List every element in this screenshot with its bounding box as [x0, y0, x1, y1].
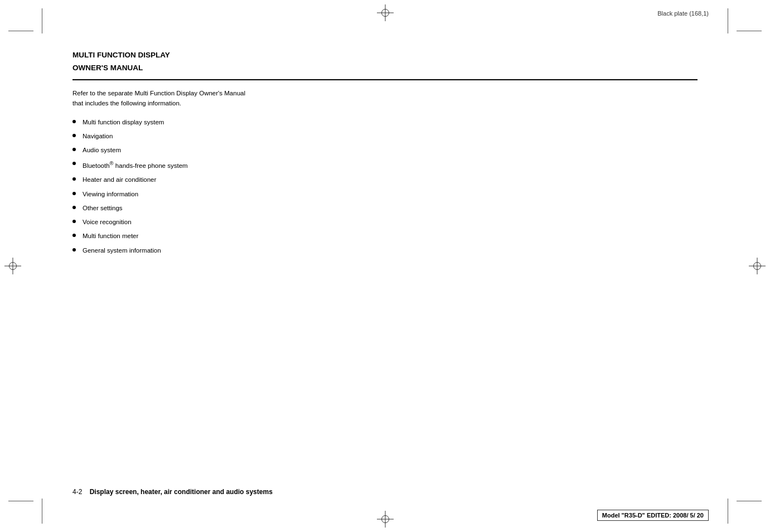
plate-info: Black plate (168,1): [657, 10, 709, 17]
list-item-text: Multi function display system: [83, 118, 164, 127]
trim-mark-right-top: [728, 8, 728, 33]
bullet-dot: [72, 177, 76, 181]
list-item-text: Viewing information: [83, 190, 138, 199]
trim-mark-right-bottom: [728, 499, 728, 524]
page-number: 4-2: [72, 488, 82, 496]
page: Black plate (168,1) MULTI FUNCTION DISPL…: [0, 0, 770, 532]
trim-mark-top-right: [737, 31, 762, 31]
footer-page-label: 4-2 Display screen, heater, air conditio…: [72, 488, 698, 496]
crosshair-bottom-center: [377, 511, 394, 528]
trim-mark-bottom-left: [8, 501, 33, 501]
list-item-text: Navigation: [83, 132, 113, 141]
list-item: Bluetooth® hands-free phone system: [72, 159, 698, 171]
crosshair-top-center: [377, 4, 394, 21]
bullet-dot: [72, 134, 76, 137]
bullet-dot: [72, 220, 76, 223]
bullet-dot: [72, 162, 76, 165]
list-item: Voice recognition: [72, 217, 698, 227]
bullet-dot: [72, 192, 76, 195]
list-item-text: Voice recognition: [83, 217, 132, 227]
bullet-dot: [72, 248, 76, 252]
list-item: Other settings: [72, 204, 698, 213]
section-title-line1: MULTI FUNCTION DISPLAY: [72, 50, 698, 61]
list-item: Multi function display system: [72, 118, 698, 127]
crosshair-left-middle: [4, 258, 21, 274]
section-title-block: MULTI FUNCTION DISPLAY OWNER'S MANUAL: [72, 50, 698, 80]
section-title-line2: OWNER'S MANUAL: [72, 63, 698, 74]
footer-area: 4-2 Display screen, heater, air conditio…: [72, 488, 698, 496]
crosshair-right-middle: [749, 258, 766, 274]
trim-mark-top-left: [8, 31, 33, 31]
body-paragraph: Refer to the separate Multi Function Dis…: [72, 88, 245, 109]
list-item: Heater and air conditioner: [72, 175, 698, 185]
list-item: Viewing information: [72, 190, 698, 199]
page-container: Black plate (168,1) MULTI FUNCTION DISPL…: [0, 0, 770, 532]
list-item-text: Audio system: [83, 146, 121, 155]
list-item-text: General system information: [83, 246, 161, 255]
trim-mark-left-bottom: [42, 499, 42, 524]
list-item-text: Heater and air conditioner: [83, 175, 156, 185]
model-info-box: Model "R35-D" EDITED: 2008/ 5/ 20: [597, 510, 709, 521]
bullet-dot: [72, 120, 76, 123]
list-item-text: Bluetooth® hands-free phone system: [83, 159, 188, 171]
bullet-dot: [72, 206, 76, 209]
trim-mark-bottom-right: [737, 501, 762, 501]
list-item-text: Other settings: [83, 204, 123, 213]
list-item: Navigation: [72, 132, 698, 141]
trim-mark-left-top: [42, 8, 42, 33]
footer-section-title: Display screen, heater, air conditioner …: [90, 488, 273, 496]
list-item: Multi function meter: [72, 231, 698, 241]
bullet-dot: [72, 148, 76, 151]
list-item: General system information: [72, 246, 698, 255]
list-item-text: Multi function meter: [83, 231, 138, 241]
list-item: Audio system: [72, 146, 698, 155]
content-area: MULTI FUNCTION DISPLAY OWNER'S MANUAL Re…: [72, 50, 698, 476]
bullet-dot: [72, 234, 76, 237]
bullet-list: Multi function display system Navigation…: [72, 118, 698, 255]
